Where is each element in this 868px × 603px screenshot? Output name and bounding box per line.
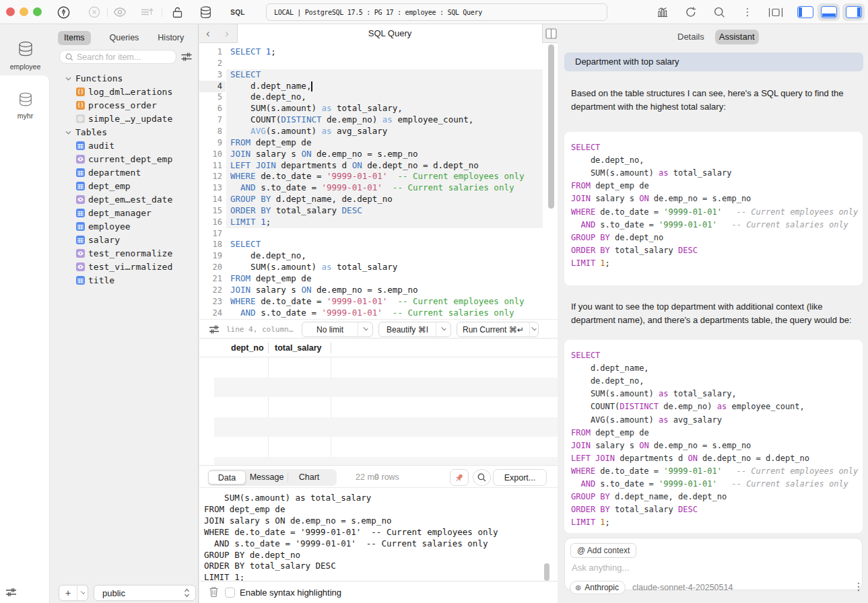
window-layout-icon[interactable] [766,0,785,24]
tree-item-log-dml-erations[interactable]: ()log_dml…erations [51,85,199,98]
search-icon[interactable] [711,0,727,24]
tree-section-functions[interactable]: Functions [51,71,199,85]
code-line: LEFT JOIN departments d ON de.dept_no = … [230,160,479,172]
table-row[interactable] [214,357,558,378]
close-window-button[interactable] [6,7,15,16]
message-pane[interactable]: SUM(s.amount) as total_salaryFROM dept_e… [199,488,558,581]
tree-item-test-vi-rmalized[interactable]: test_vi…rmalized [51,260,199,273]
export-button[interactable]: Export... [493,469,547,486]
table-row[interactable] [214,437,558,457]
rail-settings-icon[interactable] [5,587,17,598]
line-number: 2 [199,58,222,69]
sidebar-tab-history[interactable]: History [158,31,184,45]
log-icon[interactable] [139,0,155,24]
minimize-window-button[interactable] [20,7,28,16]
schema-select[interactable]: public [94,585,196,601]
tree-item-employee[interactable]: employee [51,219,199,233]
line-number: 11 [199,160,222,172]
results-tab-data[interactable]: Data [208,470,246,485]
beautify-button[interactable]: Beautify ⌘I [378,322,451,337]
assistant-input-card[interactable]: @ Add context Ask anything... ⊛ Anthropi… [564,538,863,590]
results-tab-chart[interactable]: Chart [288,470,330,485]
column-header-total-salary[interactable]: total_salary [275,339,321,357]
tree-section-tables[interactable]: Tables [51,125,199,139]
tree-item-dept-em-est-date[interactable]: dept_em…est_date [51,192,199,206]
results-tab-message[interactable]: Message [246,470,288,485]
ask-input-placeholder[interactable]: Ask anything... [572,563,629,573]
tree-item-simple-y-update[interactable]: ⚙simple_…y_update [51,112,199,125]
export-label: Export... [504,473,536,483]
assistant-options-icon[interactable]: ⋮ [853,580,864,593]
sql-editor[interactable]: 123456789101112131415161718192021222324 … [199,43,558,319]
assistant-code-line: SUM(s.amount) as total_salary [571,167,731,180]
status-settings-icon[interactable] [209,324,220,334]
more-options-icon[interactable]: ⋮ [739,0,756,24]
eye-icon[interactable] [112,0,128,24]
split-editor-icon[interactable] [545,28,557,39]
line-number: 20 [199,262,222,273]
toggle-left-panel-button[interactable] [797,6,813,18]
tree-item-dept-emp[interactable]: dept_emp [51,179,199,192]
toggle-bottom-panel-button[interactable] [821,6,837,18]
provider-pill[interactable]: ⊛ Anthropic [570,581,626,594]
sql-mode-label[interactable]: SQL [229,0,246,24]
message-line: GROUP BY de.dept_no [204,549,300,561]
rail-db-myhr[interactable]: myhr [0,92,51,120]
sidebar-filter-icon[interactable] [180,51,193,63]
right-tab-assistant[interactable]: Assistant [715,30,759,44]
tree-item-salary[interactable]: salary [51,233,199,246]
assistant-code-line: LIMIT 1; [571,516,610,529]
run-current-button[interactable]: Run Current ⌘↵ [457,322,539,337]
sidebar-tab-items[interactable]: Items [58,31,91,45]
sidebar-search-input[interactable]: Search for item... [59,50,176,64]
table-row[interactable] [214,378,558,398]
right-tab-details[interactable]: Details [673,30,708,44]
search-results-button[interactable] [473,469,491,486]
editor-bottom-bar: Enable syntax highlighting [199,581,558,603]
tree-item-process-order[interactable]: ()process_order [51,98,199,112]
line-number: 5 [199,92,222,103]
tab-sql-query[interactable]: SQL Query [237,24,543,43]
tree-item-audit[interactable]: audit [51,139,199,152]
code-line: SELECT 1; [230,46,276,58]
toolbar-separator [107,7,108,17]
window-title: LOCAL | PostgreSQL 17.5 : PG 17 : employ… [266,3,607,21]
column-header-dept-no[interactable]: dept_no [231,339,264,357]
line-number: 13 [199,182,222,194]
nav-back-icon[interactable]: ‹ [206,24,210,43]
tree-item-title[interactable]: title [51,273,199,287]
tree-item-department[interactable]: department [51,166,199,179]
line-number: 15 [199,205,222,217]
tree-item-test-renormalize[interactable]: test_renormalize [51,246,199,260]
database-icon[interactable] [197,0,213,24]
add-item-button[interactable]: + [59,585,88,601]
code-line: SUM(s.amount) as total_salary [230,262,397,273]
refresh-icon[interactable] [683,0,699,24]
editor-pane: ‹ › SQL Query 12345678910111213141516171… [199,24,558,603]
results-grid[interactable]: dept_no total_salary [199,339,558,465]
tree-item-dept-manager[interactable]: dept_manager [51,206,199,219]
lock-icon[interactable] [169,0,185,24]
message-scrollbar[interactable] [544,563,549,581]
sidebar-tab-queries[interactable]: Queries [110,31,139,45]
tree-item-current-dept-emp[interactable]: current_dept_emp [51,152,199,166]
function-icon: () [76,101,85,110]
trash-icon[interactable] [209,586,219,597]
zoom-window-button[interactable] [33,7,42,16]
schema-select-value: public [94,588,184,598]
connection-icon[interactable] [55,0,71,24]
editor-scrollbar[interactable] [548,44,554,209]
rail-db-employee[interactable]: employee [0,41,51,71]
assistant-topic-header[interactable]: Department with top salary [564,52,863,71]
pin-result-button[interactable] [450,469,469,486]
disconnect-icon[interactable] [86,0,102,24]
assistant-code-line: GROUP BY de.dept_no [571,232,663,244]
nav-forward-icon[interactable]: › [225,24,229,43]
syntax-highlighting-checkbox[interactable] [225,588,235,598]
add-context-chip[interactable]: @ Add context [570,543,636,558]
toggle-right-panel-button[interactable] [846,6,862,18]
table-row[interactable] [214,397,558,417]
table-row[interactable] [214,417,558,437]
limit-select[interactable]: No limit [302,322,373,337]
chart-icon[interactable] [655,0,671,24]
